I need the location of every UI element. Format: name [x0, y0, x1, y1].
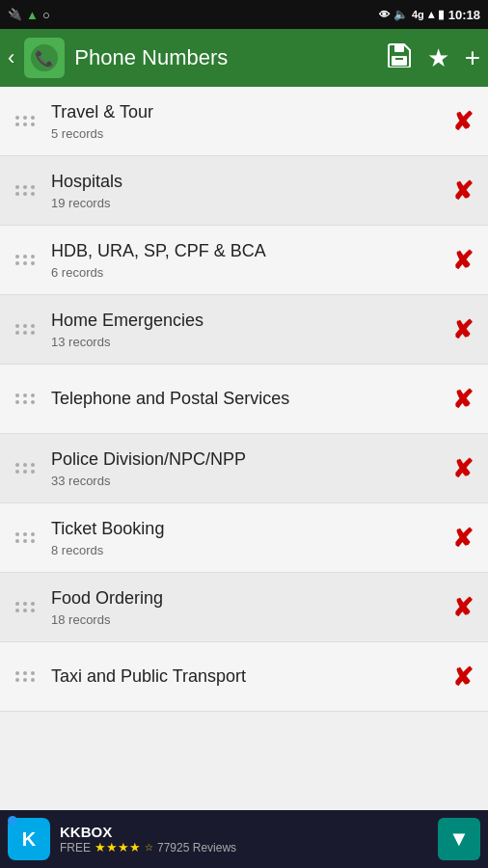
item-title: Travel & Tour: [51, 101, 446, 123]
download-icon: ▼: [448, 827, 470, 852]
svg-rect-5: [395, 58, 403, 60]
eye-icon: 👁: [379, 9, 390, 20]
list-item[interactable]: Taxi and Public Transport✘: [0, 642, 488, 712]
delete-button[interactable]: ✘: [446, 660, 480, 694]
item-subtitle: 18 records: [51, 612, 446, 627]
delete-icon: ✘: [452, 526, 474, 551]
item-title: Hospitals: [51, 171, 446, 193]
add-button[interactable]: +: [465, 42, 480, 73]
ad-download-button[interactable]: ▼: [438, 818, 480, 860]
ad-reviews: 77925 Reviews: [157, 841, 236, 854]
list-item[interactable]: HDB, URA, SP, CPF & BCA6 records✘: [0, 226, 488, 295]
mute-icon: 🔈: [393, 8, 408, 21]
delete-icon: ✘: [452, 248, 474, 273]
star-button[interactable]: ★: [427, 43, 449, 73]
app-icon: ○: [42, 8, 50, 22]
battery-icon: ▮: [438, 8, 445, 21]
drag-handle: [8, 181, 43, 200]
item-title: HDB, URA, SP, CPF & BCA: [51, 240, 446, 262]
time-display: 10:18: [448, 8, 480, 22]
drag-handle: [8, 320, 43, 339]
item-title: Food Ordering: [51, 587, 446, 610]
network-type: 4g: [412, 9, 424, 20]
list-item[interactable]: Travel & Tour5 records✘: [0, 87, 488, 156]
list-item[interactable]: Police Division/NPC/NPP33 records✘: [0, 434, 488, 503]
item-text: Police Division/NPC/NPP33 records: [51, 448, 446, 487]
delete-icon: ✘: [452, 595, 474, 620]
ad-banner: K KKBOX FREE ★★★★ ☆ 77925 Reviews ▼: [0, 810, 488, 868]
delete-button[interactable]: ✘: [446, 312, 480, 347]
item-text: Ticket Booking8 records: [51, 518, 446, 556]
status-bar: 🔌 ▲ ○ 👁 🔈 4g ▴ ▮ 10:18: [0, 0, 488, 29]
drag-handle: [8, 667, 43, 686]
drag-handle: [8, 598, 43, 616]
save-button[interactable]: [387, 42, 412, 73]
drag-handle: [8, 390, 43, 408]
item-text: Food Ordering18 records: [51, 587, 446, 626]
item-subtitle: 13 records: [51, 335, 446, 349]
status-icons-left: 🔌 ▲ ○: [8, 8, 50, 22]
ad-app-name: KKBOX: [60, 824, 428, 840]
delete-icon: ✘: [452, 665, 474, 690]
item-text: Telephone and Postal Services: [51, 388, 446, 410]
list-item[interactable]: Ticket Booking8 records✘: [0, 503, 488, 573]
delete-icon: ✘: [452, 178, 474, 203]
item-text: Taxi and Public Transport: [51, 665, 446, 688]
drag-handle: [8, 251, 43, 269]
list-item[interactable]: Hospitals19 records✘: [0, 156, 488, 226]
svg-text:📞: 📞: [35, 49, 54, 68]
item-subtitle: 5 records: [51, 126, 446, 141]
item-title: Home Emergencies: [51, 310, 446, 332]
usb-icon: 🔌: [8, 8, 22, 21]
delete-icon: ✘: [452, 387, 474, 412]
signal-icon: ▴: [428, 8, 434, 21]
list-item[interactable]: Telephone and Postal Services✘: [0, 365, 488, 434]
ad-info: KKBOX FREE ★★★★ ☆ 77925 Reviews: [60, 824, 428, 854]
item-title: Ticket Booking: [51, 518, 446, 540]
item-title: Telephone and Postal Services: [51, 388, 446, 410]
delete-button[interactable]: ✘: [446, 174, 480, 208]
status-icons-right: 👁 🔈 4g ▴ ▮ 10:18: [379, 8, 480, 22]
delete-icon: ✘: [452, 109, 474, 134]
item-text: Travel & Tour5 records: [51, 101, 446, 140]
app-logo: 📞: [24, 38, 65, 78]
page-title: Phone Numbers: [74, 45, 376, 70]
item-subtitle: 8 records: [51, 543, 446, 557]
delete-button[interactable]: ✘: [446, 451, 480, 486]
item-subtitle: 19 records: [51, 196, 446, 210]
ad-free-label: FREE: [60, 841, 91, 854]
ad-half-star: ☆: [145, 842, 153, 853]
drag-handle: [8, 529, 43, 547]
delete-button[interactable]: ✘: [446, 243, 480, 278]
ad-logo-letter: K: [22, 828, 36, 851]
item-text: HDB, URA, SP, CPF & BCA6 records: [51, 240, 446, 279]
item-text: Home Emergencies13 records: [51, 310, 446, 348]
security-icon: ▲: [26, 8, 39, 22]
delete-icon: ✘: [452, 456, 474, 481]
delete-icon: ✘: [452, 317, 474, 342]
action-bar: ‹ 📞 Phone Numbers ★ +: [0, 29, 488, 87]
drag-handle: [8, 112, 43, 130]
item-text: Hospitals19 records: [51, 171, 446, 209]
phone-numbers-list: Travel & Tour5 records✘Hospitals19 recor…: [0, 87, 488, 810]
delete-button[interactable]: ✘: [446, 521, 480, 556]
item-subtitle: 33 records: [51, 474, 446, 488]
item-title: Taxi and Public Transport: [51, 665, 446, 688]
list-item[interactable]: Home Emergencies13 records✘: [0, 295, 488, 365]
ad-stars: ★★★★: [95, 840, 141, 854]
action-buttons: ★ +: [387, 42, 480, 73]
delete-button[interactable]: ✘: [446, 382, 480, 417]
item-subtitle: 6 records: [51, 265, 446, 280]
drag-handle: [8, 459, 43, 477]
item-title: Police Division/NPC/NPP: [51, 448, 446, 471]
svg-rect-3: [394, 44, 404, 52]
back-button[interactable]: ‹: [8, 45, 14, 70]
notification-dot: [8, 816, 17, 826]
svg-rect-4: [392, 56, 407, 66]
delete-button[interactable]: ✘: [446, 104, 480, 139]
list-item[interactable]: Food Ordering18 records✘: [0, 573, 488, 642]
delete-button[interactable]: ✘: [446, 590, 480, 625]
